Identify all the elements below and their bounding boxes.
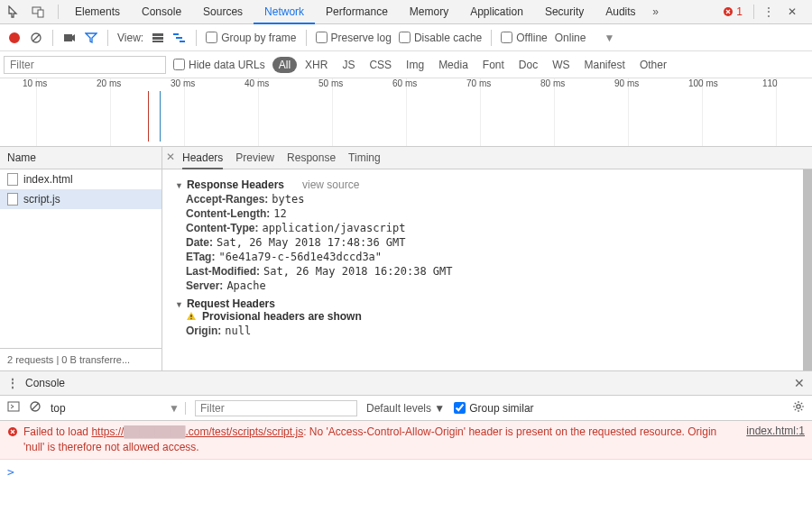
log-level-select[interactable]: Default levels ▼ — [366, 402, 445, 415]
filter-input[interactable] — [4, 56, 166, 74]
timeline-tick: 20 ms — [110, 78, 137, 146]
filter-toggle-icon[interactable] — [84, 31, 98, 45]
kebab-menu-icon[interactable]: ⋮ — [760, 3, 778, 21]
filter-ws[interactable]: WS — [546, 57, 576, 73]
console-error-row[interactable]: Failed to load https://████████.com/test… — [0, 421, 812, 460]
svg-line-4 — [32, 34, 40, 41]
context-select[interactable]: top — [51, 402, 66, 415]
network-main: Name index.htmlscript.js 2 requests | 0 … — [0, 147, 812, 371]
header-row: Content-Type:application/javascript — [186, 222, 799, 234]
header-row: Date:Sat, 26 May 2018 17:48:36 GMT — [186, 236, 799, 249]
provisional-warning: Provisional headers are shown — [186, 310, 799, 323]
console-filter-input[interactable] — [195, 400, 357, 416]
timeline-tick: 90 ms — [628, 78, 655, 146]
response-headers-section[interactable]: Response Headersview source — [175, 178, 359, 191]
tab-application[interactable]: Application — [459, 0, 534, 24]
device-toggle-icon[interactable] — [29, 3, 47, 21]
throttle-select[interactable]: Online — [555, 32, 586, 44]
record-button[interactable] — [7, 31, 22, 45]
execute-icon[interactable] — [7, 401, 20, 415]
svg-rect-6 — [152, 33, 163, 36]
filter-media[interactable]: Media — [432, 57, 475, 73]
error-badge[interactable]: 1 — [723, 5, 743, 18]
detail-tab-bar: ✕ HeadersPreviewResponseTiming — [162, 147, 812, 169]
offline-checkbox[interactable]: Offline — [501, 32, 547, 44]
tab-sources[interactable]: Sources — [192, 0, 254, 24]
column-header-name[interactable]: Name — [0, 147, 161, 169]
clear-icon[interactable] — [29, 31, 43, 45]
header-row: Accept-Ranges:bytes — [186, 193, 799, 206]
console-prompt[interactable]: > — [0, 462, 812, 482]
error-url-link[interactable]: https://████████.com/test/scripts/script… — [91, 425, 303, 438]
waterfall-view-icon[interactable] — [172, 31, 187, 45]
request-row[interactable]: script.js — [0, 189, 161, 209]
close-detail-icon[interactable]: ✕ — [166, 151, 175, 163]
file-icon — [7, 173, 18, 186]
svg-point-17 — [797, 405, 800, 408]
timeline-tick: 100 ms — [702, 78, 734, 146]
timeline-tick: 110 — [776, 78, 794, 146]
request-headers-section[interactable]: Request Headers — [175, 297, 275, 310]
more-tabs-icon[interactable]: » — [647, 3, 665, 21]
preserve-log-checkbox[interactable]: Preserve log — [316, 32, 392, 44]
request-row[interactable]: index.html — [0, 169, 161, 189]
filter-js[interactable]: JS — [336, 57, 361, 73]
group-similar-checkbox[interactable]: Group similar — [454, 402, 533, 415]
tab-security[interactable]: Security — [534, 0, 595, 24]
timeline-overview[interactable]: 10 ms20 ms30 ms40 ms50 ms60 ms70 ms80 ms… — [0, 78, 812, 147]
console-messages: Failed to load https://████████.com/test… — [0, 421, 812, 462]
svg-rect-1 — [38, 10, 43, 17]
filter-css[interactable]: CSS — [363, 57, 398, 73]
group-by-frame-checkbox[interactable]: Group by frame — [206, 32, 296, 44]
timeline-tick: 60 ms — [406, 78, 433, 146]
tab-audits[interactable]: Audits — [595, 0, 646, 24]
close-drawer-icon[interactable]: ✕ — [794, 376, 805, 390]
detail-tab-headers[interactable]: Headers — [182, 147, 223, 169]
header-row: ETag:"6e41a79-c-56d1e43dccd3a" — [186, 251, 799, 263]
devtools-tab-bar: ElementsConsoleSourcesNetworkPerformance… — [0, 0, 812, 24]
svg-rect-5 — [64, 34, 72, 41]
timeline-tick: 70 ms — [480, 78, 507, 146]
inspect-icon[interactable] — [5, 3, 23, 21]
disable-cache-checkbox[interactable]: Disable cache — [399, 32, 482, 44]
filter-other[interactable]: Other — [633, 57, 673, 73]
clear-console-icon[interactable] — [29, 400, 42, 416]
request-detail-panel: ✕ HeadersPreviewResponseTiming Response … — [162, 147, 812, 370]
timeline-tick: 30 ms — [184, 78, 211, 146]
svg-rect-11 — [180, 41, 185, 42]
tab-elements[interactable]: Elements — [64, 0, 131, 24]
tab-console[interactable]: Console — [131, 0, 192, 24]
filter-doc[interactable]: Doc — [512, 57, 544, 73]
dropdown-caret-icon[interactable]: ▼ — [604, 32, 614, 44]
tab-memory[interactable]: Memory — [399, 0, 459, 24]
svg-rect-13 — [190, 318, 191, 319]
tab-network[interactable]: Network — [254, 0, 315, 24]
filter-manifest[interactable]: Manifest — [578, 57, 632, 73]
filter-xhr[interactable]: XHR — [299, 57, 334, 73]
error-source-link[interactable]: index.html:1 — [746, 425, 805, 437]
timeline-tick: 10 ms — [36, 78, 63, 146]
close-devtools-icon[interactable]: ✕ — [783, 3, 801, 21]
filter-img[interactable]: Img — [400, 57, 430, 73]
request-list: Name index.htmlscript.js 2 requests | 0 … — [0, 147, 162, 370]
large-rows-icon[interactable] — [151, 31, 165, 45]
view-label: View: — [117, 32, 143, 44]
detail-tab-preview[interactable]: Preview — [235, 147, 274, 169]
view-source-link[interactable]: view source — [302, 178, 359, 191]
scrollbar[interactable] — [803, 169, 812, 370]
drawer-menu-icon[interactable]: ⋮ — [7, 377, 18, 389]
detail-tab-response[interactable]: Response — [287, 147, 336, 169]
console-settings-icon[interactable] — [792, 400, 805, 416]
detail-tab-timing[interactable]: Timing — [348, 147, 381, 169]
timeline-tick: 40 ms — [258, 78, 285, 146]
filter-font[interactable]: Font — [476, 57, 511, 73]
tab-performance[interactable]: Performance — [315, 0, 399, 24]
console-title: Console — [25, 377, 65, 389]
dropdown-caret-icon[interactable]: ▼ — [169, 402, 180, 415]
filter-all[interactable]: All — [272, 57, 297, 73]
camera-icon[interactable] — [62, 31, 77, 45]
separator — [58, 5, 59, 19]
timeline-selection[interactable] — [148, 91, 161, 142]
hide-data-urls-checkbox[interactable]: Hide data URLs — [173, 59, 265, 71]
svg-rect-7 — [152, 37, 163, 40]
